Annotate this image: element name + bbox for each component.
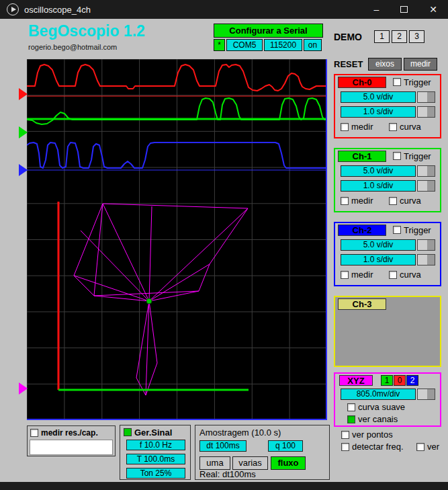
ger-sinal-ton-field[interactable]: Ton 25%	[126, 468, 185, 479]
channel-name-badge[interactable]: Ch-0	[338, 77, 386, 88]
medir-label: medir	[351, 122, 373, 132]
trigger-label: Trigger	[404, 151, 431, 161]
channel-marker-ch2[interactable]	[19, 164, 28, 176]
configure-serial-button[interactable]: Configurar a Serial	[214, 24, 323, 38]
demo-1-button[interactable]: 1	[374, 30, 390, 43]
uma-button[interactable]: uma	[199, 456, 230, 470]
sdiv-stepper[interactable]	[417, 180, 435, 192]
channel-name-badge[interactable]: Ch-1	[338, 151, 386, 162]
amostragem-panel: Amostragem (10.0 s) dt 100ms q 100 uma v…	[195, 425, 330, 480]
vdiv-field[interactable]: 5.0 v/div	[341, 91, 416, 103]
trigger-label: Trigger	[404, 77, 431, 87]
ger-sinal-panel: Ger.Sinal f 10.0 Hz T 100.0ms Ton 25%	[120, 425, 191, 480]
amostragem-dt-field[interactable]: dt 100ms	[199, 440, 247, 452]
vdiv-stepper[interactable]	[417, 91, 435, 103]
scope-canvas	[27, 59, 327, 420]
reset-medir-button[interactable]: medir	[404, 58, 437, 71]
amostragem-real-label: Real: dt100ms	[199, 469, 256, 479]
serial-port-field[interactable]: COM5	[226, 39, 263, 51]
reset-label: RESET	[334, 59, 363, 69]
varias-button[interactable]: varias	[232, 456, 268, 470]
titlebar: oscilloscope_4ch – ✕	[0, 0, 448, 19]
author-email: rogerio.bego@hotmail.com	[28, 43, 117, 51]
ver-pontos-checkbox[interactable]	[341, 431, 349, 439]
ver-checkbox[interactable]	[416, 443, 424, 451]
vdiv-field[interactable]: 5.0 v/div	[341, 165, 416, 177]
detectar-freq-label: detectar freq.	[352, 442, 404, 452]
medir-label: medir	[351, 270, 373, 280]
serial-status-indicator: *	[214, 39, 225, 51]
vdiv-stepper[interactable]	[417, 239, 435, 251]
curva-checkbox[interactable]	[389, 271, 397, 279]
serial-on-field[interactable]: on	[304, 39, 322, 51]
medir-checkbox[interactable]	[341, 271, 349, 279]
channel-panel-ch3: Ch-3	[334, 296, 441, 367]
trigger-label: Trigger	[404, 225, 431, 235]
play-icon	[7, 3, 19, 15]
window-title: oscilloscope_4ch	[24, 5, 91, 15]
demo-label: DEMO	[334, 32, 362, 42]
medir-label: medir	[351, 196, 373, 206]
sdiv-stepper[interactable]	[417, 106, 435, 118]
ger-sinal-title: Ger.Sinal	[134, 427, 172, 438]
xyz-ch2-button[interactable]: 2	[406, 375, 418, 386]
sdiv-stepper[interactable]	[417, 254, 435, 266]
medir-checkbox[interactable]	[341, 197, 349, 205]
trigger-checkbox[interactable]	[393, 226, 401, 234]
play-triangle-icon	[11, 7, 16, 12]
medir-res-checkbox[interactable]	[30, 429, 38, 437]
ver-canais-label: ver canais	[358, 414, 398, 424]
channel-name-badge[interactable]: Ch-2	[338, 224, 386, 236]
sdiv-field[interactable]: 1.0 s/div	[341, 180, 416, 192]
ver-pontos-label: ver pontos	[352, 430, 393, 440]
detectar-freq-checkbox[interactable]	[341, 443, 349, 451]
xyz-badge[interactable]: XYZ	[339, 375, 373, 386]
app-title: BegOscopio 1.2	[28, 22, 145, 40]
channel-marker-xyz[interactable]	[19, 382, 28, 395]
demo-3-button[interactable]: 3	[409, 30, 424, 43]
ger-sinal-freq-field[interactable]: f 10.0 Hz	[126, 440, 185, 450]
medir-res-panel: medir res./cap.	[27, 425, 116, 456]
xyz-panel: XYZ 1 0 2 805.0mv/div curva suave ver ca…	[334, 372, 441, 427]
curva-checkbox[interactable]	[389, 197, 397, 205]
curva-label: curva	[400, 270, 421, 280]
serial-baud-field[interactable]: 115200	[264, 39, 302, 51]
scope-display[interactable]	[27, 59, 327, 420]
app-window: oscilloscope_4ch – ✕ BegOscopio 1.2 roge…	[0, 0, 448, 490]
maximize-button[interactable]	[400, 6, 408, 13]
ver-label: ver	[427, 442, 439, 452]
xyz-scale-stepper[interactable]	[417, 389, 435, 400]
minimize-button[interactable]: –	[373, 5, 379, 14]
curva-suave-checkbox[interactable]	[347, 403, 355, 411]
vdiv-stepper[interactable]	[417, 165, 435, 177]
vdiv-field[interactable]: 5.0 v/div	[341, 239, 416, 251]
medir-res-output	[30, 440, 113, 455]
demo-2-button[interactable]: 2	[392, 30, 407, 43]
channel-name-badge[interactable]: Ch-3	[338, 298, 386, 310]
xyz-ch1-button[interactable]: 1	[381, 375, 393, 386]
trigger-checkbox[interactable]	[393, 78, 401, 86]
ger-sinal-indicator[interactable]	[124, 428, 132, 436]
xyz-scale-field[interactable]: 805.0mv/div	[341, 389, 416, 400]
sdiv-field[interactable]: 1.0 s/div	[341, 254, 416, 266]
xyz-ch0-button[interactable]: 0	[394, 375, 406, 386]
channel-marker-ch0[interactable]	[19, 88, 28, 100]
sdiv-field[interactable]: 1.0 s/div	[341, 106, 416, 118]
curva-checkbox[interactable]	[389, 123, 397, 131]
close-button[interactable]: ✕	[429, 5, 437, 14]
curva-suave-label: curva suave	[358, 402, 405, 412]
window-bottom-edge	[0, 482, 448, 490]
amostragem-q-field[interactable]: q 100	[268, 440, 303, 452]
curva-label: curva	[400, 196, 421, 206]
amostragem-title: Amostragem (10.0 s)	[199, 427, 281, 438]
medir-checkbox[interactable]	[341, 123, 349, 131]
channel-marker-ch1[interactable]	[19, 126, 28, 138]
ver-canais-checkbox[interactable]	[347, 415, 355, 423]
reset-eixos-button[interactable]: eixos	[368, 58, 402, 71]
trigger-checkbox[interactable]	[393, 152, 401, 160]
curva-label: curva	[400, 122, 421, 132]
channel-panel-ch2: Ch-2 Trigger 5.0 v/div 1.0 s/div medir c…	[334, 222, 441, 286]
fluxo-button[interactable]: fluxo	[271, 456, 306, 470]
channel-panel-ch0: Ch-0 Trigger 5.0 v/div 1.0 s/div medir c…	[334, 74, 441, 138]
ger-sinal-period-field[interactable]: T 100.0ms	[126, 454, 185, 464]
